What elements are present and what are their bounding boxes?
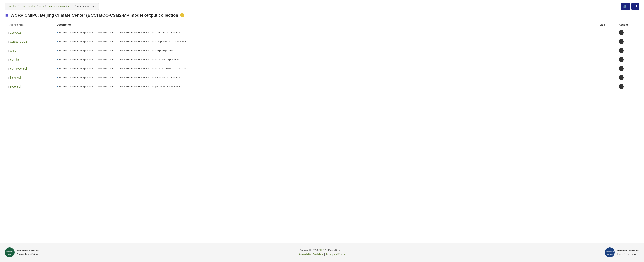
svg-text:National Centre for: National Centre for	[6, 251, 14, 252]
info-icon[interactable]: i	[180, 13, 184, 17]
folder-link-esm-piControl[interactable]: □esm-piControl	[7, 67, 52, 70]
folder-link-esm-hist[interactable]: □esm-hist	[7, 58, 52, 61]
folder-link-historical[interactable]: □historical	[7, 76, 52, 79]
info-button-amip[interactable]: i	[619, 48, 624, 53]
folder-icon: □	[7, 31, 8, 34]
cell-actions-1: i	[616, 37, 640, 46]
svg-text:Science: Science	[8, 254, 12, 255]
table-row: □1pctCO2≡WCRP CMIP6: Beijing Climate Cen…	[4, 28, 640, 37]
cell-desc-0: ≡WCRP CMIP6: Beijing Climate Center (BCC…	[54, 28, 597, 37]
folder-link-amip[interactable]: □amip	[7, 49, 52, 52]
sep-1: /	[18, 5, 18, 8]
nceo-logo: National Centre for Earth Observation	[605, 248, 615, 258]
file-table: 7 dirs 0 files Description Size Actions …	[4, 22, 640, 91]
folder-icon: □	[7, 40, 8, 43]
page-title: ▣ WCRP CMIP6: Beijing Climate Center (BC…	[4, 13, 640, 18]
info-button-esm-hist[interactable]: i	[619, 57, 624, 62]
sep-6: /	[66, 5, 67, 8]
desc-text: WCRP CMIP6: Beijing Climate Center (BCC)…	[59, 40, 186, 43]
cell-name-2: □amip	[4, 46, 54, 55]
stfc-link[interactable]: STFC	[318, 249, 324, 252]
collection-icon: ▣	[4, 13, 8, 18]
desc-text: WCRP CMIP6: Beijing Climate Center (BCC)…	[59, 31, 180, 34]
folder-icon: □	[7, 49, 8, 52]
dirs-count: 7 dirs 0 files	[7, 22, 26, 28]
copy-button[interactable]: ❐	[631, 3, 640, 10]
cell-name-5: □historical	[4, 73, 54, 82]
info-button-abrupt-4xCO2[interactable]: i	[619, 39, 624, 44]
folder-link-1pctCO2[interactable]: □1pctCO2	[7, 31, 52, 34]
cell-desc-1: ≡WCRP CMIP6: Beijing Climate Center (BCC…	[54, 37, 597, 46]
info-button-piControl[interactable]: i	[619, 84, 624, 89]
breadcrumb-data[interactable]: data	[39, 5, 44, 8]
sep-7: /	[75, 5, 76, 8]
breadcrumb-BCC[interactable]: BCC	[68, 5, 74, 8]
disclaimer-link[interactable]: Disclaimer	[313, 253, 324, 256]
svg-text:Atmospheric: Atmospheric	[7, 253, 13, 254]
cell-desc-3: ≡WCRP CMIP6: Beijing Climate Center (BCC…	[54, 55, 597, 64]
cell-name-4: □esm-piControl	[4, 64, 54, 73]
folder-icon: □	[7, 67, 8, 70]
footer-center: Copyright © 2018 STFC All Rights Reserve…	[298, 248, 346, 257]
cell-size-2	[597, 46, 616, 55]
folder-link-abrupt-4xCO2[interactable]: □abrupt-4xCO2	[7, 40, 52, 43]
breadcrumb-CMIP6[interactable]: CMIP6	[47, 5, 55, 8]
table-row: □amip≡WCRP CMIP6: Beijing Climate Center…	[4, 46, 640, 55]
cell-actions-5: i	[616, 73, 640, 82]
breadcrumb: archive / badc / cmip6 / data / CMIP6 / …	[4, 3, 99, 10]
page-title-text: WCRP CMIP6: Beijing Climate Center (BCC)…	[10, 13, 178, 18]
desc-icon: ≡	[57, 31, 58, 34]
cell-desc-6: ≡WCRP CMIP6: Beijing Climate Center (BCC…	[54, 82, 597, 91]
table-row: □esm-hist≡WCRP CMIP6: Beijing Climate Ce…	[4, 55, 640, 64]
cell-desc-4: ≡WCRP CMIP6: Beijing Climate Center (BCC…	[54, 64, 597, 73]
cell-size-1	[597, 37, 616, 46]
svg-text:Earth: Earth	[608, 253, 611, 254]
cell-desc-2: ≡WCRP CMIP6: Beijing Climate Center (BCC…	[54, 46, 597, 55]
cell-name-1: □abrupt-4xCO2	[4, 37, 54, 46]
privacy-link[interactable]: Privacy and Cookies	[326, 253, 346, 256]
footer-logo-nceo: National Centre for Earth Observation Na…	[605, 248, 640, 258]
sep-5: /	[56, 5, 57, 8]
breadcrumb-archive[interactable]: archive	[8, 5, 16, 8]
cell-size-5	[597, 73, 616, 82]
cell-actions-3: i	[616, 55, 640, 64]
nceo-text: National Centre for Earth Observation	[617, 249, 640, 256]
folder-icon: □	[7, 85, 8, 88]
breadcrumb-cmip6[interactable]: cmip6	[28, 5, 36, 8]
cell-actions-2: i	[616, 46, 640, 55]
desc-icon: ≡	[57, 67, 58, 70]
main-content: ▣ WCRP CMIP6: Beijing Climate Center (BC…	[0, 13, 644, 243]
cell-name-3: □esm-hist	[4, 55, 54, 64]
breadcrumb-CMIP[interactable]: CMIP	[58, 5, 65, 8]
desc-icon: ≡	[57, 58, 58, 61]
table-row: □historical≡WCRP CMIP6: Beijing Climate …	[4, 73, 640, 82]
col-header-name: 7 dirs 0 files	[4, 22, 54, 28]
col-header-description: Description	[54, 22, 597, 28]
folder-link-piControl[interactable]: □piControl	[7, 85, 52, 88]
desc-icon: ≡	[57, 40, 58, 43]
ncas-logo: National Centre for Atmospheric Science	[4, 248, 14, 258]
cart-button[interactable]: 🛒	[620, 3, 630, 10]
folder-icon: □	[7, 76, 8, 79]
desc-text: WCRP CMIP6: Beijing Climate Center (BCC)…	[59, 76, 180, 79]
cell-name-0: □1pctCO2	[4, 28, 54, 37]
table-row: □abrupt-4xCO2≡WCRP CMIP6: Beijing Climat…	[4, 37, 640, 46]
cell-size-6	[597, 82, 616, 91]
table-row: □esm-piControl≡WCRP CMIP6: Beijing Clima…	[4, 64, 640, 73]
info-button-esm-piControl[interactable]: i	[619, 66, 624, 71]
info-button-1pctCO2[interactable]: i	[619, 30, 624, 35]
svg-text:Observation: Observation	[607, 254, 612, 255]
table-header-row: 7 dirs 0 files Description Size Actions	[4, 22, 640, 28]
ncas-text: National Centre for Atmospheric Science	[17, 249, 40, 256]
desc-text: WCRP CMIP6: Beijing Climate Center (BCC)…	[59, 58, 180, 61]
cell-name-6: □piControl	[4, 82, 54, 91]
desc-icon: ≡	[57, 85, 58, 88]
footer-links: Accessibility | Disclaimer | Privacy and…	[298, 253, 346, 257]
info-button-historical[interactable]: i	[619, 75, 624, 80]
footer: National Centre for Atmospheric Science …	[0, 243, 644, 262]
accessibility-link[interactable]: Accessibility	[298, 253, 311, 256]
sep-3: /	[37, 5, 38, 8]
cell-actions-6: i	[616, 82, 640, 91]
sep-2: /	[26, 5, 27, 8]
breadcrumb-badc[interactable]: badc	[20, 5, 25, 8]
